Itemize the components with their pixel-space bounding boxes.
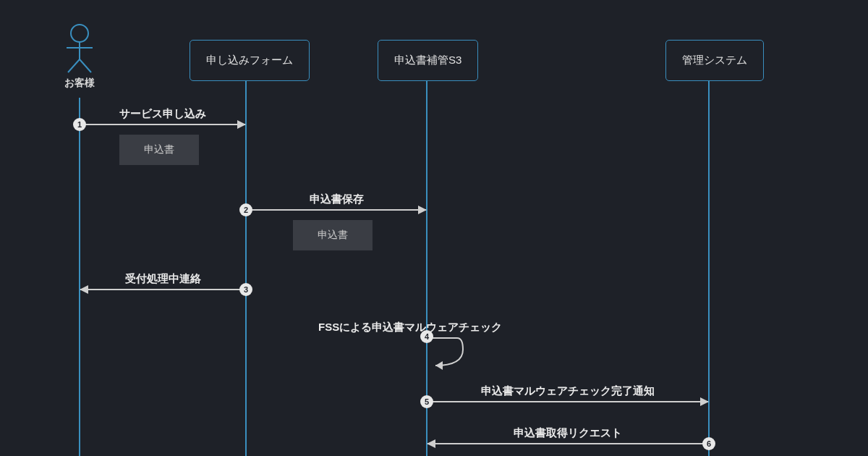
lifeline-customer (79, 98, 80, 456)
message-note: 申込書 (119, 135, 199, 165)
message-label: FSSによる申込書マルウェアチェック (318, 321, 502, 334)
arrow-head-icon (427, 439, 435, 448)
seq-badge: 3 (239, 283, 252, 296)
seq-badge: 1 (73, 118, 86, 131)
actor-customer: お客様 (64, 23, 95, 90)
message-note: 申込書 (293, 220, 373, 250)
seq-badge: 5 (420, 395, 433, 408)
message-label: 申込書保存 (307, 193, 365, 206)
self-loop-icon (427, 337, 470, 383)
arrow-head-icon (80, 285, 88, 294)
sequence-diagram: お客様 申し込みフォーム 申込書補管S3 管理システム 1サービス申し込み申込書… (0, 0, 868, 456)
seq-badge: 6 (702, 437, 715, 450)
actor-label: お客様 (64, 77, 95, 90)
message-arrow (80, 289, 245, 290)
actor-icon (64, 23, 95, 74)
message-label: 申込書マルウェアチェック完了通知 (475, 384, 660, 398)
arrow-head-icon (418, 206, 427, 214)
lifeline-form (245, 81, 247, 456)
svg-marker-5 (435, 361, 443, 370)
message-label: 受付処理中連絡 (122, 272, 203, 286)
svg-line-3 (68, 59, 80, 72)
message-arrow (427, 401, 708, 402)
message-label: サービス申し込み (116, 107, 209, 121)
message-arrow (247, 209, 426, 211)
svg-point-0 (71, 25, 88, 42)
message-arrow (427, 443, 708, 444)
arrow-head-icon (237, 120, 246, 129)
arrow-head-icon (700, 397, 709, 406)
participant-s3: 申込書補管S3 (378, 40, 478, 81)
participant-admin: 管理システム (665, 40, 764, 81)
message-arrow (80, 124, 245, 125)
message-label: 申込書取得リクエスト (510, 426, 626, 440)
seq-badge: 4 (420, 330, 433, 343)
svg-line-4 (80, 59, 91, 72)
participant-form: 申し込みフォーム (190, 40, 310, 81)
seq-badge: 2 (239, 203, 252, 216)
